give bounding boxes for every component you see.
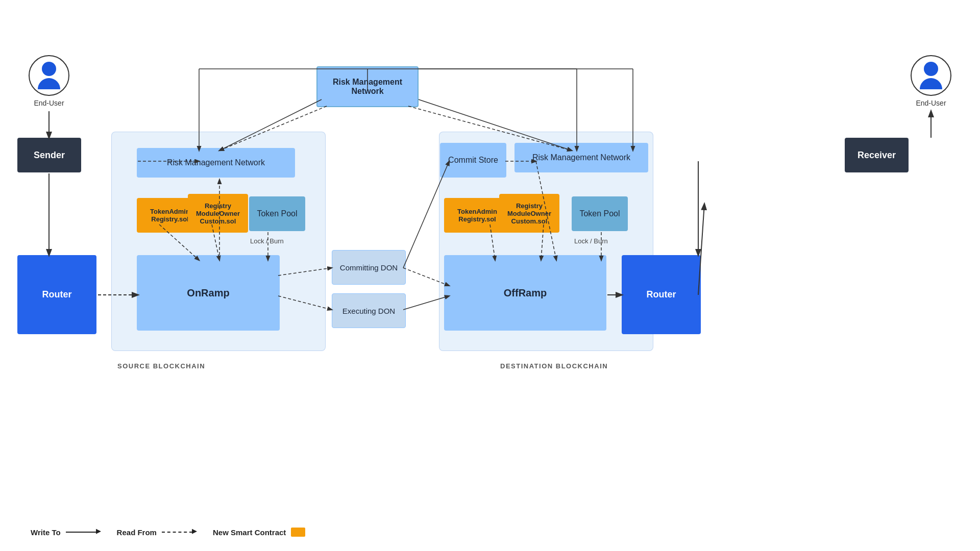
dest-rmn-box: Risk Management Network bbox=[514, 143, 648, 172]
left-router-box: Router bbox=[17, 255, 96, 334]
right-router-box: Router bbox=[622, 255, 701, 334]
rmn-top-center: Risk Management Network bbox=[316, 66, 419, 107]
legend-read-from-line bbox=[162, 532, 192, 533]
left-end-user: End-User bbox=[29, 55, 69, 107]
onramp-box: OnRamp bbox=[137, 255, 280, 331]
legend-write-to: Write To bbox=[31, 528, 96, 537]
left-lock-burn-label: Lock / Burn bbox=[250, 237, 284, 245]
right-end-user: End-User bbox=[911, 55, 951, 107]
right-token-pool: Token Pool bbox=[572, 196, 628, 231]
diagram-container: End-User End-User Risk Management Networ… bbox=[0, 0, 980, 551]
source-rmn-box: Risk Management Network bbox=[137, 148, 295, 178]
committing-don-box: Committing DON bbox=[332, 250, 406, 285]
sender-box: Sender bbox=[17, 138, 81, 172]
commit-store-box: Commit Store bbox=[440, 143, 506, 178]
legend-yellow-box bbox=[291, 528, 305, 537]
executing-don-box: Executing DON bbox=[332, 293, 406, 328]
left-token-pool: Token Pool bbox=[249, 196, 305, 231]
legend-read-from: Read From bbox=[117, 528, 192, 537]
offramp-box: OffRamp bbox=[444, 255, 606, 331]
right-registry-module-owner: Registry ModuleOwner Custom.sol bbox=[499, 194, 559, 233]
dest-region-label: DESTINATION BLOCKCHAIN bbox=[500, 362, 608, 370]
legend-new-smart-contract: New Smart Contract bbox=[213, 528, 305, 537]
receiver-box: Receiver bbox=[845, 138, 909, 172]
left-registry-module-owner: Registry ModuleOwner Custom.sol bbox=[188, 194, 248, 233]
source-region-label: SOURCE BLOCKCHAIN bbox=[117, 362, 205, 370]
legend: Write To Read From New Smart Contract bbox=[31, 528, 305, 537]
legend-write-to-line bbox=[66, 532, 96, 533]
right-lock-burn-label: Lock / Burn bbox=[574, 237, 608, 245]
